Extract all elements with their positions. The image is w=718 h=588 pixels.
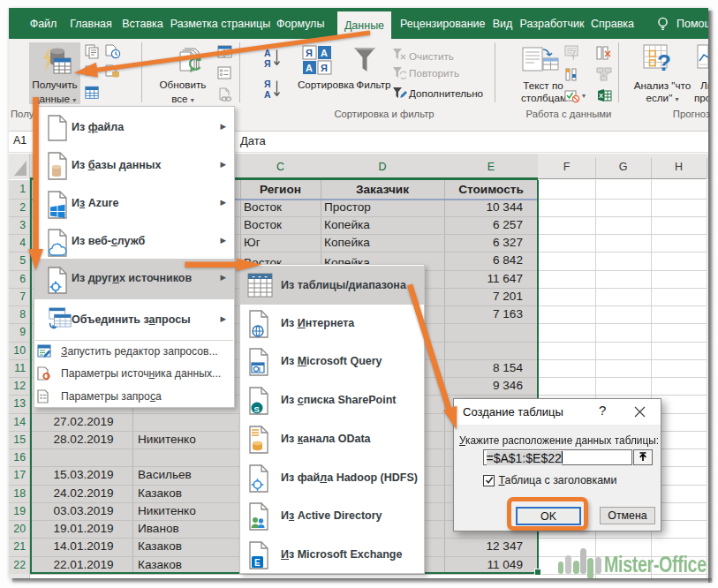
svg-text:S: S bbox=[254, 404, 260, 414]
svg-text:А: А bbox=[321, 48, 328, 58]
svg-text:X: X bbox=[599, 92, 603, 100]
svg-text:Я: Я bbox=[264, 79, 271, 89]
svg-text:Я: Я bbox=[264, 58, 271, 69]
svg-text:Я: Я bbox=[306, 48, 313, 58]
svg-text:E: E bbox=[254, 557, 261, 567]
svg-text:А: А bbox=[264, 48, 271, 58]
svg-text:?: ? bbox=[657, 49, 671, 76]
svg-text:А: А bbox=[264, 89, 271, 100]
svg-text:Я: Я bbox=[321, 63, 328, 73]
svg-text:А: А bbox=[306, 63, 313, 73]
